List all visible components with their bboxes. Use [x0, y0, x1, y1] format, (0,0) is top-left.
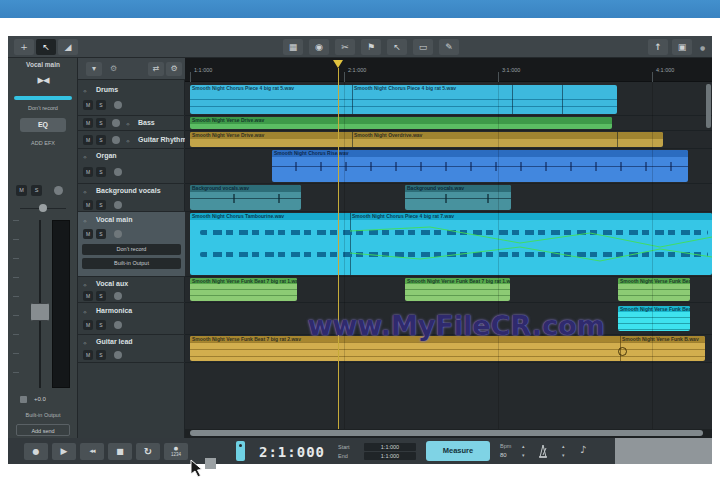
track-row-vocal-main[interactable]: ‹› Vocal main M S Don't record Built-in …	[78, 212, 185, 277]
track-row-guitar-lead[interactable]: ‹› Guitar lead M S	[78, 335, 185, 363]
arm-button[interactable]	[114, 351, 122, 359]
clip-background-vocals[interactable]: Background vocals.wav	[190, 185, 301, 210]
scroll-mode-button[interactable]: ⇄	[148, 62, 164, 76]
solo-button[interactable]: S	[96, 291, 106, 301]
arm-button[interactable]	[114, 101, 122, 109]
automation-node[interactable]	[618, 347, 627, 356]
track-settings-button[interactable]: ⚙	[166, 62, 182, 76]
mute-button[interactable]: M	[83, 135, 93, 145]
expand-icon[interactable]: ‹›	[83, 281, 86, 288]
expand-icon[interactable]: ‹›	[83, 217, 86, 224]
collapse-all-button[interactable]: ▾	[86, 62, 102, 76]
start-value[interactable]: 1:1:000	[364, 443, 416, 451]
timesig-down-icon[interactable]: ▾	[562, 453, 565, 458]
solo-button[interactable]: S	[96, 229, 106, 239]
expand-icon[interactable]: ‹›	[126, 120, 129, 127]
select-tool-button[interactable]: ↖	[387, 39, 407, 55]
track-row-guitar-rhythm[interactable]: M S ‹› Guitar Rhythm	[78, 131, 185, 149]
eq-button[interactable]: EQ	[20, 118, 66, 132]
clip-background-vocals[interactable]: Background vocals.wav	[405, 185, 511, 210]
arm-button[interactable]	[114, 230, 122, 238]
mute-button[interactable]: M	[83, 320, 93, 330]
expand-icon[interactable]: ‹›	[83, 308, 86, 315]
bpm-down-icon[interactable]: ▾	[522, 453, 525, 458]
more-icon[interactable]: ●	[700, 44, 705, 51]
info-tool-button[interactable]: ◉	[309, 39, 329, 55]
solo-button[interactable]: S	[96, 200, 106, 210]
output-button[interactable]: Built-in Output	[82, 258, 181, 269]
v-scroll-thumb[interactable]	[706, 84, 711, 128]
count-in-button[interactable]: ● 1234	[164, 443, 188, 460]
metronome-icon[interactable]	[536, 443, 550, 459]
bpm-value[interactable]: 80	[500, 452, 507, 458]
play-button[interactable]: ▶	[52, 443, 76, 460]
record-source-button[interactable]: Don't record	[82, 244, 181, 255]
library-icon[interactable]: ▣	[672, 39, 692, 55]
clip-bass[interactable]: Smooth Night Verse Drive.wav	[190, 117, 612, 129]
upload-icon[interactable]: ↑	[648, 39, 668, 55]
arm-button[interactable]	[114, 292, 122, 300]
track-row-bass[interactable]: M S ‹› Bass	[78, 116, 185, 131]
expand-icon[interactable]: ‹›	[83, 339, 86, 346]
clip-drums[interactable]: Smooth Night Chorus Piece 4 big rat 5.wa…	[190, 85, 617, 114]
clip-guitar-rhythm[interactable]: Smooth Night Verse Drive.wav Smooth Nigh…	[190, 132, 663, 147]
split-tool-button[interactable]: ✂	[335, 39, 355, 55]
arr-row-organ[interactable]: Smooth Night Chorus Rise.wav	[185, 149, 712, 184]
volume-envelope[interactable]	[190, 213, 712, 275]
pointer-tool-button[interactable]: ↖	[36, 39, 56, 55]
expand-icon[interactable]: ‹›	[83, 188, 86, 195]
h-scroll-thumb[interactable]	[190, 430, 703, 436]
mute-button[interactable]: M	[83, 167, 93, 177]
end-value[interactable]: 1:1:000	[364, 452, 416, 460]
record-mode-label[interactable]: Don't record	[8, 105, 78, 111]
measure-button[interactable]: Measure	[426, 441, 490, 461]
timesig-up-icon[interactable]: ▴	[562, 444, 565, 449]
mute-button[interactable]: M	[83, 100, 93, 110]
arr-row-bass[interactable]: Smooth Night Verse Drive.wav	[185, 116, 712, 131]
arm-button[interactable]	[112, 119, 120, 127]
solo-button[interactable]: S	[96, 167, 106, 177]
mute-button[interactable]: M	[83, 229, 93, 239]
expand-icon[interactable]: ‹›	[83, 87, 86, 94]
clip-organ[interactable]: Smooth Night Chorus Rise.wav	[272, 150, 688, 182]
marker-tool-button[interactable]: ⚑	[361, 39, 381, 55]
mute-button[interactable]: M	[83, 350, 93, 360]
arr-row-drums[interactable]: Smooth Night Chorus Piece 4 big rat 5.wa…	[185, 84, 712, 116]
solo-button[interactable]: S	[96, 100, 106, 110]
tempo-tap-indicator[interactable]	[236, 441, 245, 461]
bpm-up-icon[interactable]: ▴	[522, 444, 525, 449]
arr-row-vocal-main[interactable]: Smooth Night Chorus Tambourine.wav Smoot…	[185, 212, 712, 277]
add-track-button[interactable]: +	[14, 39, 34, 55]
arr-row-background-vocals[interactable]: Background vocals.wav Background vocals.…	[185, 184, 712, 212]
clip-vocal-aux[interactable]: Smooth Night Verse Funk Beat 7.wav	[618, 278, 690, 301]
arm-button[interactable]	[114, 321, 122, 329]
add-send-button[interactable]: Add send	[16, 424, 70, 436]
note-value-icon[interactable]: ♪	[580, 444, 586, 455]
fade-tool-button[interactable]: ◢	[58, 39, 78, 55]
add-efx-button[interactable]: ADD EFX	[8, 140, 78, 146]
arr-row-vocal-aux[interactable]: Smooth Night Verse Funk Beat 7 big rat 1…	[185, 277, 712, 303]
clip-harmonica[interactable]: Smooth Night Verse Funk Beat 4.wav	[618, 306, 690, 331]
rewind-button[interactable]: ◂◂	[80, 443, 104, 460]
stop-button[interactable]: ■	[108, 443, 132, 460]
region-tool-button[interactable]: ▭	[413, 39, 433, 55]
clip-vocal-aux[interactable]: Smooth Night Verse Funk Beat 7 big rat 1…	[405, 278, 510, 301]
loop-button[interactable]: ↻	[136, 443, 160, 460]
arm-button[interactable]	[114, 201, 122, 209]
grid-tool-button[interactable]: ▦	[283, 39, 303, 55]
time-display[interactable]: 2:1:000	[252, 442, 332, 462]
strip-arm-button[interactable]	[54, 186, 63, 195]
track-row-harmonica[interactable]: ‹› Harmonica M S	[78, 303, 185, 335]
solo-button[interactable]: S	[96, 118, 106, 128]
pan-knob[interactable]	[39, 204, 47, 212]
gear-icon[interactable]: ⚙	[110, 64, 117, 73]
fader-handle[interactable]	[31, 303, 49, 321]
track-row-background-vocals[interactable]: ‹› Background vocals M S	[78, 184, 185, 212]
strip-mute-button[interactable]: M	[16, 185, 27, 196]
horizontal-scrollbar[interactable]	[185, 429, 712, 438]
track-row-organ[interactable]: ‹› Organ M S	[78, 149, 185, 184]
mute-button[interactable]: M	[83, 291, 93, 301]
volume-bar[interactable]	[14, 96, 72, 100]
solo-button[interactable]: S	[96, 135, 106, 145]
mute-button[interactable]: M	[83, 200, 93, 210]
